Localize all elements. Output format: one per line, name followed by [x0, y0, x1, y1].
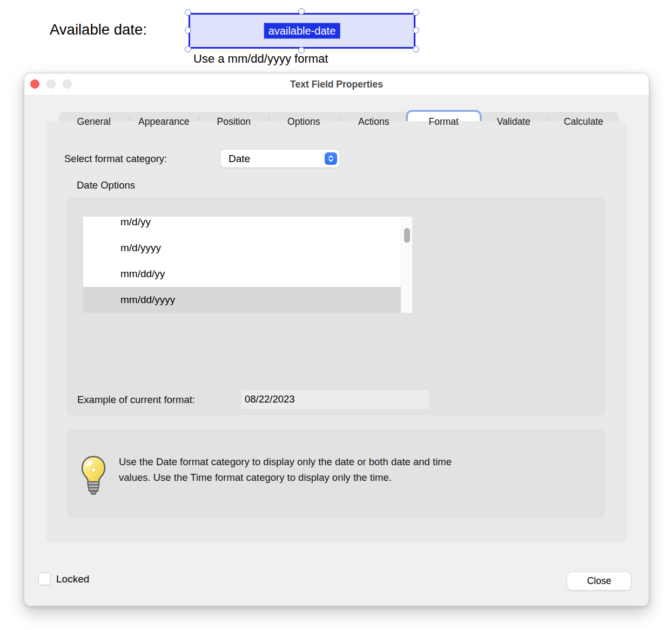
format-category-label: Select format category:: [64, 153, 167, 165]
locked-label: Locked: [56, 573, 89, 585]
text-field-properties-dialog: Text Field Properties General Appearance…: [24, 73, 649, 606]
list-scrollbar[interactable]: [401, 217, 412, 313]
format-tab-panel: Select format category: Date Date Option…: [46, 121, 627, 542]
hint-box: Use the Date format category to display …: [66, 429, 606, 518]
hint-text: Use the Date format category to display …: [119, 454, 573, 485]
selection-handle[interactable]: [185, 9, 191, 16]
list-item[interactable]: m/d/yyyy: [83, 235, 401, 261]
selection-handle[interactable]: [413, 27, 419, 33]
hint-line-1: Use the Date format category to display …: [119, 454, 573, 470]
selection-handle[interactable]: [298, 8, 305, 15]
list-item[interactable]: mm/dd/yy: [83, 261, 401, 287]
selected-text-field[interactable]: available-date: [189, 13, 415, 49]
date-format-list: m/d/yy m/d/yyyy mm/dd/yy mm/dd/yyyy: [83, 217, 401, 313]
dialog-title: Text Field Properties: [24, 73, 649, 96]
screen: Available date: available-date Use a mm/…: [0, 0, 672, 630]
date-options-panel: m/d/yy m/d/yyyy mm/dd/yy mm/dd/yyyy Exam…: [66, 198, 606, 415]
field-name-tag: available-date: [264, 23, 340, 39]
lightbulb-icon: [79, 455, 107, 502]
locked-checkbox[interactable]: [38, 573, 51, 585]
selection-handle[interactable]: [413, 46, 419, 52]
example-format-value: 08/22/2023: [241, 390, 429, 409]
list-item[interactable]: m/d/yy: [83, 217, 401, 235]
hint-line-2: values. Use the Time format category to …: [119, 470, 573, 486]
format-category-select[interactable]: Date: [220, 150, 340, 167]
list-item-selected[interactable]: mm/dd/yyyy: [83, 287, 401, 313]
scrollbar-thumb[interactable]: [404, 228, 410, 243]
format-category-value: Date: [229, 150, 250, 167]
titlebar[interactable]: Text Field Properties: [24, 73, 649, 96]
selection-handle[interactable]: [413, 9, 419, 16]
selection-handle[interactable]: [185, 27, 191, 33]
chevron-up-down-icon: [325, 152, 337, 165]
selection-handle[interactable]: [185, 46, 191, 52]
example-format-label: Example of current format:: [77, 394, 195, 406]
date-options-title: Date Options: [77, 179, 135, 191]
form-field-label: Available date:: [50, 21, 147, 38]
close-button[interactable]: Close: [567, 572, 631, 590]
field-tooltip-text: Use a mm/dd/yyyy format: [193, 52, 328, 66]
